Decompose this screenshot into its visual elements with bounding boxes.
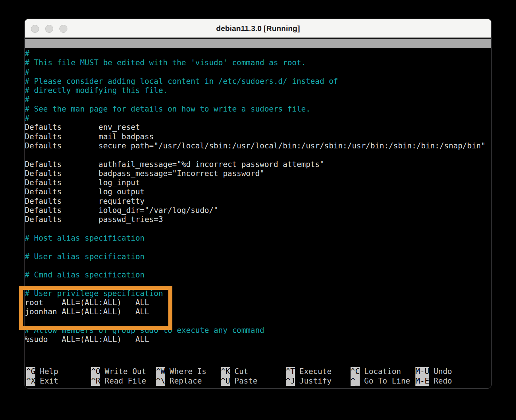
- shortcut-key-badge: ^W: [156, 367, 165, 376]
- buffer-line: [25, 261, 491, 271]
- shortcut-column: ^GHelp^XExit: [26, 367, 91, 386]
- shortcut-key-badge: M-U: [415, 367, 429, 376]
- shortcut-key-badge: ^X: [26, 377, 35, 386]
- buffer-line: # See the man page for details on how to…: [25, 105, 491, 114]
- shortcut-key-badge: ^J: [286, 377, 295, 386]
- buffer-line: #: [25, 95, 491, 104]
- buffer-line: Defaults env_reset: [25, 123, 491, 132]
- buffer-line: Defaults log_input: [25, 178, 491, 187]
- shortcut-label: Location: [364, 367, 401, 376]
- shortcut-column: M-UUndoM-ERedo: [415, 367, 480, 386]
- close-button[interactable]: [31, 25, 39, 33]
- nano-header-bar: GNU nano 5.4 /etc/sudoers.tmp *: [25, 39, 491, 48]
- buffer-line: #: [25, 114, 491, 123]
- buffer-line: # This file MUST be edited with the 'vis…: [25, 58, 491, 67]
- shortcut-key-badge: ^\: [156, 377, 165, 386]
- shortcut-label: Justify: [299, 377, 332, 385]
- shortcut-key-badge: ^T: [286, 367, 295, 376]
- buffer-line: %sudo ALL=(ALL:ALL) ALL: [25, 335, 491, 344]
- shortcut-label: Paste: [234, 377, 257, 385]
- shortcut-label: Read File: [105, 377, 146, 385]
- shortcut-label: Exit: [40, 377, 58, 385]
- buffer-line: Defaults mail_badpass: [25, 132, 491, 141]
- buffer-line: Defaults secure_path="/usr/local/sbin:/u…: [25, 141, 491, 151]
- buffer-line: Defaults iolog_dir="/var/log/sudo/": [25, 206, 491, 215]
- shortcut-label: Redo: [434, 377, 452, 385]
- shortcut-key-badge: ^U: [221, 377, 230, 386]
- zoom-button[interactable]: [59, 25, 67, 33]
- shortcut-label: Go To Line: [364, 377, 410, 385]
- shortcut-column: ^OWrite Out^RRead File: [91, 367, 156, 386]
- shortcut-label: Where Is: [169, 367, 206, 376]
- shortcut-column: ^CLocation^_Go To Line: [351, 367, 415, 386]
- shortcut-bar: ^GHelp^XExit^OWrite Out^RRead File^WWher…: [26, 367, 480, 386]
- shortcut-key-badge: ^C: [351, 367, 360, 376]
- shortcut-label: Execute: [299, 367, 332, 376]
- shortcut-key-badge: ^_: [351, 377, 360, 386]
- buffer-line: # Cmnd alias specification: [25, 271, 491, 280]
- buffer-line: #: [25, 49, 491, 58]
- shortcut-key-badge: ^O: [91, 367, 100, 376]
- buffer-line: Defaults authfail_message="%d incorrect …: [25, 160, 491, 169]
- shortcut-label: Cut: [234, 367, 248, 376]
- buffer-line: [25, 151, 491, 160]
- buffer-line: [25, 243, 491, 252]
- shortcut-key-badge: ^R: [91, 377, 100, 386]
- buffer-line: Defaults log_output: [25, 187, 491, 197]
- shortcut-key-badge: ^K: [221, 367, 230, 376]
- highlight-annotation-box: [19, 286, 172, 330]
- window-titlebar[interactable]: debian11.3.0 [Running]: [25, 19, 491, 39]
- shortcut-column: ^KCut^UPaste: [221, 367, 286, 386]
- buffer-line: #: [25, 68, 491, 77]
- buffer-line: Defaults passwd_tries=3: [25, 215, 491, 224]
- shortcut-label: Write Out: [105, 367, 146, 376]
- shortcut-column: ^WWhere Is^\Replace: [156, 367, 221, 386]
- vm-window: debian11.3.0 [Running] GNU nano 5.4 /etc…: [25, 19, 491, 388]
- buffer-line: # Please consider adding local content i…: [25, 77, 491, 86]
- buffer-line: # User alias specification: [25, 252, 491, 261]
- window-title: debian11.3.0 [Running]: [25, 19, 491, 38]
- buffer-line: Defaults badpass_message="Incorrect pass…: [25, 169, 491, 178]
- shortcut-column: ^TExecute^JJustify: [286, 367, 351, 386]
- shortcut-label: Help: [40, 367, 58, 376]
- buffer-line: # directly modifying this file.: [25, 86, 491, 95]
- buffer-line: Defaults requiretty: [25, 197, 491, 206]
- shortcut-label: Undo: [434, 367, 452, 376]
- buffer-line: [25, 225, 491, 234]
- minimize-button[interactable]: [45, 25, 53, 33]
- buffer-line: # Host alias specification: [25, 234, 491, 243]
- shortcut-label: Replace: [169, 377, 202, 385]
- shortcut-key-badge: ^G: [26, 367, 35, 376]
- shortcut-key-badge: M-E: [415, 377, 429, 386]
